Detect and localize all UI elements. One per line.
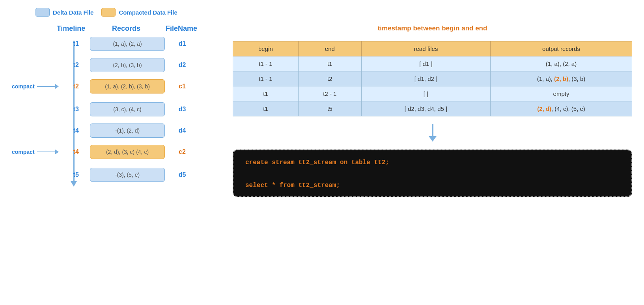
timeline-headers: Timeline Records FileName: [55, 24, 217, 33]
table-row: t5 -(3), (5, e) d5: [12, 168, 217, 182]
time-label: t4: [51, 127, 83, 134]
file-label: d4: [170, 127, 194, 134]
compact-color-box: [101, 8, 116, 17]
table-row: t1 t2 - 1 [ ] empty: [233, 86, 632, 101]
file-label: d3: [170, 106, 194, 113]
legend-delta: Delta Data File: [35, 8, 93, 17]
compact-arrow-head: [55, 84, 59, 89]
down-arrow-container: [233, 124, 632, 142]
cell-output: (1, a), (2, a): [491, 56, 632, 71]
table-row: t1 - 1 t2 [ d1, d2 ] (1, a), (2, b), (3,…: [233, 71, 632, 86]
cell-end: t5: [298, 101, 361, 116]
table-row: t1 t5 [ d2, d3, d4, d5 ] (2, d), (4, c),…: [233, 101, 632, 116]
delta-label: Delta Data File: [53, 9, 93, 16]
down-arrow: [429, 124, 437, 142]
cell-output: (1, a), (2, b), (3, b): [491, 71, 632, 86]
main-layout: Timeline Records FileName t1 (1, a), (2,…: [12, 24, 632, 197]
cell-begin: t1 - 1: [233, 71, 299, 86]
left-panel: Timeline Records FileName t1 (1, a), (2,…: [12, 24, 217, 189]
code-box: create stream tt2_stream on table tt2; s…: [233, 150, 632, 197]
cell-end: t1: [298, 56, 361, 71]
cell-read-files: [ d2, d3, d4, d5 ]: [361, 101, 490, 116]
time-label: t3: [51, 106, 83, 113]
table-row: compact t2 (1, a), (2, b), (3, b) c1: [12, 79, 217, 94]
delta-color-box: [35, 8, 50, 17]
record-box-delta: -(1), (2, d): [90, 123, 165, 138]
record-box-delta: (3, c), (4, c): [90, 102, 165, 116]
cell-end: t2 - 1: [298, 86, 361, 101]
table-row: t2 (2, b), (3, b) d2: [12, 58, 217, 72]
legend: Delta Data File Compacted Data File: [35, 8, 632, 17]
record-box-compact: (2, d), (3, c) (4, c): [90, 145, 165, 159]
file-label: d5: [170, 171, 194, 178]
table-row: t3 (3, c), (4, c) d3: [12, 102, 217, 116]
table-row: t1 - 1 t1 [ d1 ] (1, a), (2, a): [233, 56, 632, 71]
header-filename: FileName: [166, 24, 197, 33]
table-header-read-files: read files: [361, 41, 490, 56]
table-row: t1 (1, a), (2, a) d1: [12, 37, 217, 51]
file-label: d2: [170, 62, 194, 69]
compact-text: compact: [12, 149, 35, 155]
header-records: Records: [87, 24, 166, 33]
right-panel: timestamp between begin and end begin en…: [233, 24, 632, 197]
code-line-2: select * from tt2_stream;: [245, 182, 620, 189]
down-arrow-line: [432, 124, 433, 136]
table-row: t4 -(1), (2, d) d4: [12, 123, 217, 138]
cell-output: empty: [491, 86, 632, 101]
compact-text: compact: [12, 83, 35, 90]
cell-begin: t1: [233, 86, 299, 101]
query-title: timestamp between begin and end: [233, 24, 632, 32]
time-label: t1: [51, 40, 83, 47]
compact-arrow-line: [37, 152, 55, 152]
orange-value: (2, b): [554, 75, 568, 82]
cell-read-files: [ ]: [361, 86, 490, 101]
compact-label: Compacted Data File: [119, 9, 177, 16]
data-table: begin end read files output records t1 -…: [233, 41, 632, 116]
table-header-begin: begin: [233, 41, 299, 56]
down-arrow-head: [429, 136, 437, 142]
compact-arrow-head: [55, 150, 59, 154]
cell-output: (2, d), (4, c), (5, e): [491, 101, 632, 116]
table-row: compact t4 (2, d), (3, c) (4, c) c2: [12, 145, 217, 159]
file-label: d1: [170, 40, 194, 47]
file-label-compact: c2: [170, 148, 194, 155]
table-header-end: end: [298, 41, 361, 56]
record-box-compact: (1, a), (2, b), (3, b): [90, 79, 165, 94]
legend-compact: Compacted Data File: [101, 8, 177, 17]
time-label: t2: [51, 62, 83, 69]
cell-read-files: [ d1, d2 ]: [361, 71, 490, 86]
record-box-delta: -(3), (5, e): [90, 168, 165, 182]
file-label-compact: c1: [170, 83, 194, 90]
header-timeline: Timeline: [55, 24, 87, 33]
record-box-delta: (1, a), (2, a): [90, 37, 165, 51]
record-box-delta: (2, b), (3, b): [90, 58, 165, 72]
timeline-rows: t1 (1, a), (2, a) d1 t2 (2, b), (3, b) d…: [12, 37, 217, 182]
table-header-output-records: output records: [491, 41, 632, 56]
orange-value: (2, d): [537, 105, 551, 112]
cell-end: t2: [298, 71, 361, 86]
cell-read-files: [ d1 ]: [361, 56, 490, 71]
code-line-1: create stream tt2_stream on table tt2;: [245, 159, 620, 166]
time-label: t5: [51, 171, 83, 178]
cell-begin: t1 - 1: [233, 56, 299, 71]
cell-begin: t1: [233, 101, 299, 116]
compact-arrow-line: [37, 86, 55, 87]
